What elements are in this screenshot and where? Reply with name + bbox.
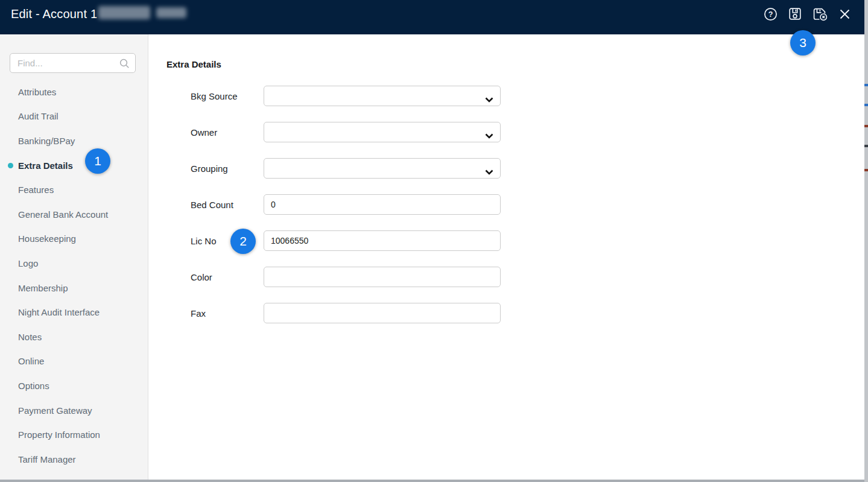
sidebar-item-general-bank-account[interactable]: General Bank Account xyxy=(0,202,148,227)
field-control xyxy=(264,86,501,106)
field-label: Grouping xyxy=(191,163,264,174)
input-fax[interactable] xyxy=(264,303,501,323)
right-edge-scrollbar[interactable] xyxy=(864,0,868,482)
scrollbar-mark xyxy=(864,145,868,147)
field-label: Bkg Source xyxy=(191,91,264,101)
help-circle-icon: ? xyxy=(764,7,778,21)
field-control xyxy=(264,267,501,287)
form-row: Fax xyxy=(149,303,864,323)
sidebar-item-payment-gateway[interactable]: Payment Gateway xyxy=(0,398,148,423)
sidebar-item-label: Audit Trail xyxy=(18,111,59,121)
sidebar-item-options[interactable]: Options xyxy=(0,373,148,398)
callout-3: 3 xyxy=(790,30,816,55)
sidebar-item-online[interactable]: Online xyxy=(0,349,148,374)
titlebar: Edit - Account 1 ? xyxy=(0,0,864,34)
field-control xyxy=(264,230,501,251)
sidebar-item-label: Notes xyxy=(18,332,42,342)
search-icon xyxy=(119,59,130,71)
window-title: Edit - Account 1 xyxy=(11,0,97,28)
form-row: Color xyxy=(149,267,864,287)
select-bkg-source[interactable] xyxy=(264,86,501,106)
scrollbar-mark xyxy=(864,84,868,86)
input-color[interactable] xyxy=(264,267,501,287)
select-grouping[interactable] xyxy=(264,158,501,179)
scrollbar-mark xyxy=(864,125,868,127)
sidebar-item-label: Options xyxy=(18,381,49,391)
sidebar-item-notes[interactable]: Notes xyxy=(0,325,148,349)
chevron-down-icon xyxy=(485,94,493,105)
sidebar-item-audit-trail[interactable]: Audit Trail xyxy=(0,104,148,129)
sidebar-item-housekeeping[interactable]: Housekeeping xyxy=(0,227,148,252)
sidebar-item-label: Logo xyxy=(18,258,38,268)
settings-sidebar: Attributes Audit Trail Banking/BPay Extr… xyxy=(0,34,148,480)
sidebar-item-label: Extra Details xyxy=(18,160,73,171)
sidebar-item-label: Membership xyxy=(18,283,68,293)
scrollbar-mark xyxy=(864,169,868,171)
scrollbar-mark xyxy=(864,104,868,106)
sidebar-item-label: General Bank Account xyxy=(18,209,108,220)
sidebar-item-attributes[interactable]: Attributes xyxy=(0,80,148,104)
sidebar-item-features[interactable]: Features xyxy=(0,177,148,202)
sidebar-item-label: Attributes xyxy=(18,87,56,97)
sidebar-item-label: Banking/BPay xyxy=(18,136,75,146)
form-row: Lic No xyxy=(149,230,864,251)
section-heading: Extra Details xyxy=(166,59,221,69)
form-row: Grouping xyxy=(149,158,864,179)
input-lic-no[interactable] xyxy=(264,230,501,251)
field-label: Owner xyxy=(191,127,264,138)
main-panel: Extra Details Bkg Source Owner xyxy=(149,34,864,480)
sidebar-item-label: Housekeeping xyxy=(18,233,76,244)
sidebar-item-membership[interactable]: Membership xyxy=(0,276,148,300)
field-control xyxy=(264,122,501,142)
sidebar-item-label: Features xyxy=(18,185,54,195)
extra-details-form: Bkg Source Owner G xyxy=(149,86,864,339)
form-row: Bkg Source xyxy=(149,86,864,106)
field-label: Bed Count xyxy=(191,200,264,210)
field-label: Color xyxy=(191,272,264,282)
sidebar-item-tariff-manager[interactable]: Tariff Manager xyxy=(0,447,148,472)
sidebar-item-banking-bpay[interactable]: Banking/BPay xyxy=(0,128,148,153)
sidebar-nav: Attributes Audit Trail Banking/BPay Extr… xyxy=(0,80,148,472)
field-control xyxy=(264,194,501,215)
sidebar-item-label: Tariff Manager xyxy=(18,454,76,465)
close-button[interactable] xyxy=(839,8,851,20)
sidebar-item-extra-details[interactable]: Extra Details xyxy=(0,153,148,178)
select-owner[interactable] xyxy=(264,122,501,142)
field-control xyxy=(264,303,501,323)
form-row: Bed Count xyxy=(149,194,864,215)
sidebar-item-logo[interactable]: Logo xyxy=(0,251,148,276)
selected-indicator-dot xyxy=(8,163,13,168)
svg-text:?: ? xyxy=(768,10,773,19)
sidebar-item-label: Online xyxy=(18,356,44,366)
sidebar-search-box xyxy=(10,53,136,73)
titlebar-buttons: ? xyxy=(764,0,851,28)
floppy-save-cancel-icon xyxy=(813,7,828,21)
search-input[interactable] xyxy=(10,54,119,72)
field-label: Fax xyxy=(191,308,264,319)
input-bed-count[interactable] xyxy=(264,194,501,215)
help-button[interactable]: ? xyxy=(764,7,778,21)
redacted-text-block xyxy=(98,6,150,19)
sidebar-item-property-information[interactable]: Property Information xyxy=(0,422,148,447)
callout-1: 1 xyxy=(85,148,110,174)
field-control xyxy=(264,158,501,179)
save-discard-button[interactable] xyxy=(813,7,828,21)
close-x-icon xyxy=(839,8,851,20)
chevron-down-icon xyxy=(485,130,493,141)
sidebar-item-night-audit-interface[interactable]: Night Audit Interface xyxy=(0,300,148,325)
sidebar-item-label: Property Information xyxy=(18,430,100,440)
chevron-down-icon xyxy=(485,166,493,177)
save-button[interactable] xyxy=(788,7,802,21)
floppy-save-icon xyxy=(788,7,802,21)
sidebar-item-label: Payment Gateway xyxy=(18,405,92,416)
sidebar-item-label: Night Audit Interface xyxy=(18,307,100,317)
form-row: Owner xyxy=(149,122,864,142)
callout-2: 2 xyxy=(230,229,256,254)
window-bottom-border xyxy=(0,480,868,482)
edit-account-window: Edit - Account 1 ? xyxy=(0,0,868,482)
redacted-text-block xyxy=(156,7,186,18)
